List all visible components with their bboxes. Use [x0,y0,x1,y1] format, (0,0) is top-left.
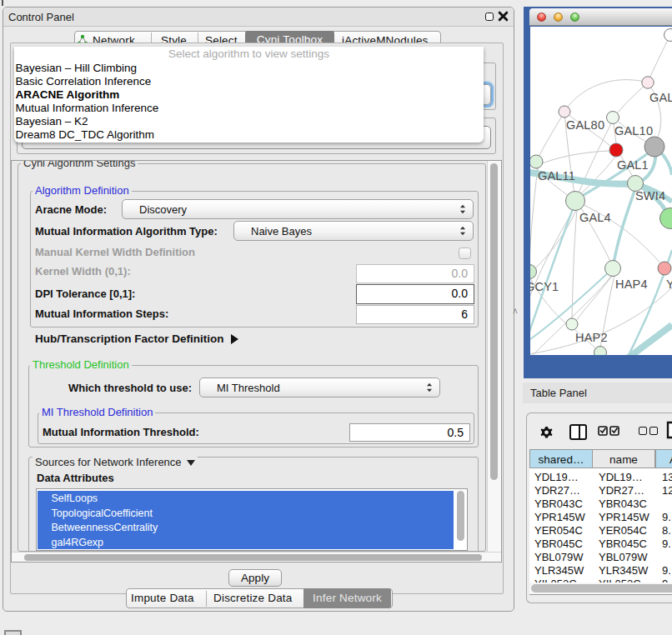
svg-text:SWI4: SWI4 [635,189,665,202]
svg-text:GAL80: GAL80 [566,118,604,132]
svg-text:GAL: GAL [649,91,672,104]
svg-text:HAP2: HAP2 [575,331,608,344]
svg-text:GAL4: GAL4 [579,211,611,224]
svg-text:GAL10: GAL10 [614,124,653,138]
svg-text:Y: Y [666,278,672,291]
svg-text:GAL11: GAL11 [538,169,575,182]
svg-text:HAP4: HAP4 [615,278,648,291]
svg-text:GAL1: GAL1 [617,158,649,172]
svg-text:GCY1: GCY1 [530,280,559,293]
